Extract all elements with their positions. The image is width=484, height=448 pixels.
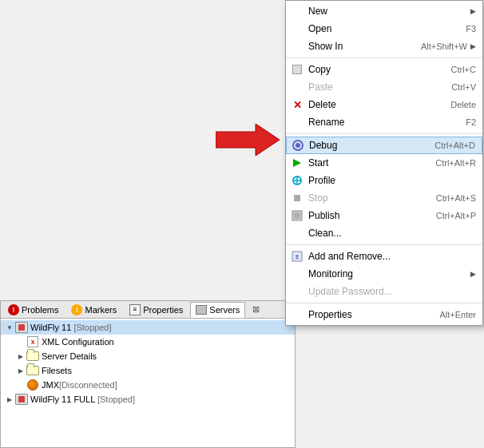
markers-icon: ! <box>71 304 82 315</box>
xml-icon: X <box>26 335 39 348</box>
menu-item-show-in[interactable]: Show In Alt+Shift+W <box>286 38 482 55</box>
tree-label-xml: XML Configuration <box>42 337 114 347</box>
menu-item-delete[interactable]: ✕ Delete Delete <box>286 96 482 113</box>
menu-item-profile[interactable]: Profile <box>286 172 482 189</box>
menu-item-clean[interactable]: Clean... <box>286 224 482 242</box>
folder-icon-server-details <box>26 350 39 363</box>
tree-arrow-server-details[interactable] <box>15 351 26 362</box>
svg-marker-3 <box>293 159 301 167</box>
svg-point-2 <box>296 143 300 148</box>
menu-item-add-remove[interactable]: ± Add and Remove... <box>286 248 482 265</box>
bottom-panel: ! Problems ! Markers ≡ Properties Server… <box>0 300 296 448</box>
tab-extra-icon: ⊠ <box>252 304 260 315</box>
svg-rect-5 <box>294 195 300 201</box>
add-remove-icon: ± <box>291 250 303 263</box>
tab-properties[interactable]: ≡ Properties <box>124 302 188 318</box>
jmx-icon <box>26 379 39 391</box>
tab-properties-label: Properties <box>143 305 183 315</box>
debug-icon <box>292 139 304 152</box>
menu-item-update-password[interactable]: Update Password... <box>286 283 482 300</box>
problems-icon: ! <box>8 304 19 315</box>
folder-icon-filesets <box>26 364 39 377</box>
tab-extra[interactable]: ⊠ <box>247 302 265 318</box>
tree-arrow-wildfly11full[interactable] <box>4 394 15 405</box>
separator-3 <box>286 244 482 245</box>
arrow-indicator <box>216 124 280 156</box>
tree-item-jmx[interactable]: JMX[Disconnected] <box>1 378 295 392</box>
separator-4 <box>286 303 482 303</box>
menu-item-publish[interactable]: Publish Ctrl+Alt+P <box>286 207 482 224</box>
menu-item-monitoring[interactable]: Monitoring <box>286 265 482 283</box>
tab-problems[interactable]: ! Problems <box>2 302 64 318</box>
tree-arrow-filesets[interactable] <box>15 365 26 376</box>
server-icon-wildfly11 <box>15 321 28 334</box>
separator-1 <box>286 57 482 58</box>
separator-2 <box>286 133 482 134</box>
menu-item-paste[interactable]: Paste Ctrl+V <box>286 78 482 96</box>
delete-icon: ✕ <box>291 98 303 111</box>
servers-tab-icon <box>196 304 207 315</box>
panel-tabs: ! Problems ! Markers ≡ Properties Server… <box>1 301 295 319</box>
tree-label-filesets: Filesets <box>42 366 72 375</box>
svg-marker-0 <box>216 124 280 156</box>
stop-icon <box>291 192 303 204</box>
server-icon-wildfly11full <box>15 393 28 406</box>
menu-item-debug[interactable]: Debug Ctrl+Alt+D <box>286 137 482 154</box>
tab-servers-label: Servers <box>209 305 240 315</box>
svg-rect-7 <box>294 212 300 219</box>
tree-item-filesets[interactable]: Filesets <box>1 363 295 378</box>
context-menu: New Open F3 Show In Alt+Shift+W Copy Ctr… <box>285 0 483 326</box>
start-icon <box>291 157 303 169</box>
tree-label-server-details: Server Details <box>42 351 97 361</box>
tree-item-wildfly11full[interactable]: WildFly 11 FULL [Stopped] <box>1 392 295 406</box>
menu-item-new[interactable]: New <box>286 2 482 20</box>
server-tree: WildFly 11 [Stopped] X XML Configuration… <box>1 319 295 447</box>
properties-tab-icon: ≡ <box>129 304 141 315</box>
svg-text:±: ± <box>296 252 300 260</box>
tree-item-server-details[interactable]: Server Details <box>1 349 295 363</box>
tree-arrow-wildfly11[interactable] <box>4 322 15 333</box>
tab-markers[interactable]: ! Markers <box>65 302 122 318</box>
tree-label-jmx: JMX[Disconnected] <box>42 380 117 390</box>
tab-markers-label: Markers <box>85 305 117 315</box>
menu-item-start[interactable]: Start Ctrl+Alt+R <box>286 154 482 172</box>
menu-item-copy[interactable]: Copy Ctrl+C <box>286 61 482 78</box>
tree-item-xml-config[interactable]: X XML Configuration <box>1 335 295 349</box>
tab-problems-label: Problems <box>22 305 58 315</box>
profile-icon <box>291 174 303 187</box>
tree-label-wildfly11: WildFly 11 [Stopped] <box>30 323 112 332</box>
menu-item-stop[interactable]: Stop Ctrl+Alt+S <box>286 189 482 207</box>
menu-item-rename[interactable]: Rename F2 <box>286 113 482 131</box>
tree-label-wildfly11full: WildFly 11 FULL [Stopped] <box>30 394 135 404</box>
tab-servers[interactable]: Servers <box>190 302 245 318</box>
tree-item-wildfly11[interactable]: WildFly 11 [Stopped] <box>1 320 295 335</box>
publish-icon <box>291 209 303 222</box>
menu-item-open[interactable]: Open F3 <box>286 20 482 38</box>
copy-icon <box>291 63 303 76</box>
menu-item-properties[interactable]: Properties Alt+Enter <box>286 306 482 323</box>
